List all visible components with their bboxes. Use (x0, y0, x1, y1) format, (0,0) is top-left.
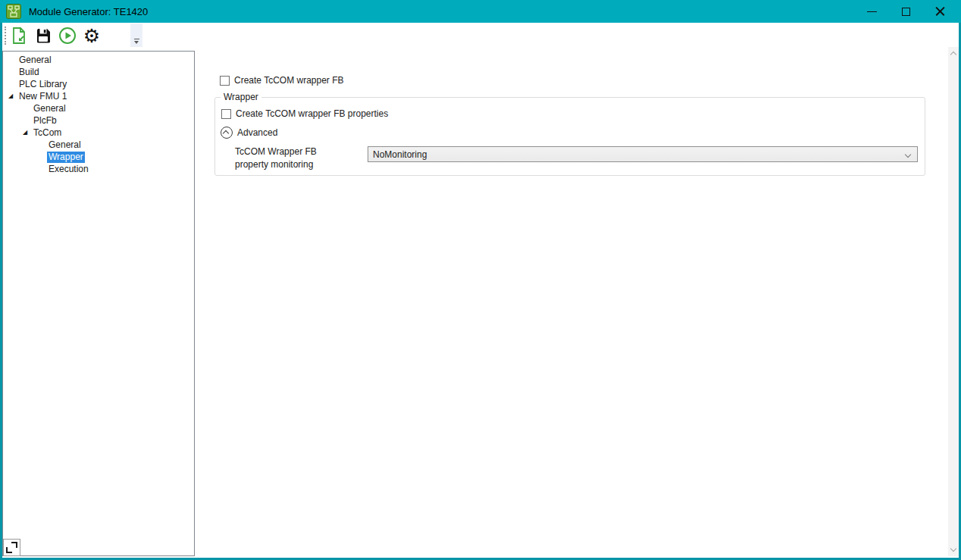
scroll-down-button[interactable] (948, 543, 959, 556)
tree-expanded-icon[interactable]: ◢ (8, 92, 13, 100)
navigation-tree: GeneralBuildPLC Library◢New FMU 1General… (2, 51, 195, 556)
create-properties-checkbox[interactable] (221, 109, 231, 119)
titlebar: Module Generator: TE1420 (0, 0, 961, 23)
new-module-button[interactable] (8, 25, 30, 46)
create-wrapper-checkbox-row: Create TcCOM wrapper FB (220, 75, 344, 86)
create-wrapper-checkbox-label: Create TcCOM wrapper FB (234, 75, 344, 86)
settings-button[interactable]: ⚙ (80, 25, 103, 46)
minimize-button[interactable] (855, 0, 889, 23)
close-button[interactable] (923, 0, 957, 23)
toolbar-overflow-icon (134, 39, 139, 39)
minimize-icon (867, 11, 877, 12)
gear-icon: ⚙ (83, 27, 100, 45)
wrapper-groupbox-title: Wrapper (221, 92, 261, 102)
scroll-up-button[interactable] (948, 47, 959, 60)
toolbar-overflow-button[interactable] (130, 23, 142, 47)
advanced-expander[interactable]: Advanced (221, 127, 277, 139)
tree-item-label: Build (17, 67, 41, 78)
window-controls (855, 0, 957, 23)
corner-bracket-icon (6, 547, 12, 553)
play-icon (58, 27, 77, 45)
tree-item-general[interactable]: General (3, 102, 194, 114)
tree-item-execution[interactable]: Execution (3, 163, 194, 175)
tree-item-label: New FMU 1 (17, 91, 68, 102)
toolbar: ⚙ (2, 23, 959, 48)
maximize-button[interactable] (889, 0, 923, 23)
tree-item-label: PLC Library (17, 79, 68, 90)
tree-item-general[interactable]: General (3, 139, 194, 151)
monitoring-dropdown-value: NoMonitoring (373, 149, 427, 160)
chevron-down-icon (905, 152, 911, 158)
tree-item-new-fmu-1[interactable]: ◢New FMU 1 (3, 90, 194, 102)
monitoring-label: TcCOM Wrapper FB property monitoring (235, 145, 317, 171)
create-properties-checkbox-label: Create TcCOM wrapper FB properties (236, 108, 388, 119)
tree-item-tccom[interactable]: ◢TcCom (3, 127, 194, 139)
tree-item-label: Execution (47, 164, 90, 175)
resize-grip[interactable] (3, 539, 20, 556)
tree-item-plcfb[interactable]: PlcFb (3, 114, 194, 127)
maximize-icon (902, 8, 910, 16)
tree-item-plc-library[interactable]: PLC Library (3, 78, 194, 90)
module-diagram-icon (6, 4, 21, 19)
tree-item-build[interactable]: Build (3, 66, 194, 78)
save-icon (35, 27, 52, 44)
tree-item-general[interactable]: General (3, 54, 194, 66)
window-title: Module Generator: TE1420 (29, 6, 148, 17)
content-scrollbar[interactable] (948, 47, 959, 556)
create-wrapper-checkbox[interactable] (220, 76, 230, 86)
tree-item-label: Wrapper (47, 152, 85, 163)
tree-item-label: General (17, 55, 53, 66)
window-border-left (0, 23, 2, 560)
tree-item-wrapper[interactable]: Wrapper (3, 151, 194, 163)
tree-item-label: PlcFb (32, 115, 58, 127)
monitoring-dropdown[interactable]: NoMonitoring (368, 146, 918, 162)
tree-item-label: TcCom (32, 127, 63, 139)
save-button[interactable] (32, 25, 55, 46)
tree-item-label: General (32, 103, 67, 114)
tree-item-label: General (47, 139, 83, 151)
new-file-icon (11, 27, 28, 45)
wrapper-groupbox: Wrapper Create TcCOM wrapper FB properti… (214, 97, 925, 176)
tree-expanded-icon[interactable]: ◢ (23, 129, 27, 136)
toolbar-overflow-arrow-icon (134, 41, 139, 44)
create-properties-checkbox-row: Create TcCOM wrapper FB properties (221, 108, 388, 119)
advanced-label: Advanced (237, 127, 277, 138)
chevron-up-circle-icon (221, 127, 233, 139)
close-icon (934, 6, 946, 17)
toolbar-grip[interactable] (5, 27, 6, 45)
corner-bracket-icon (11, 542, 17, 548)
run-button[interactable] (56, 25, 79, 46)
chevron-down-icon (950, 546, 956, 552)
chevron-up-icon (950, 52, 956, 58)
